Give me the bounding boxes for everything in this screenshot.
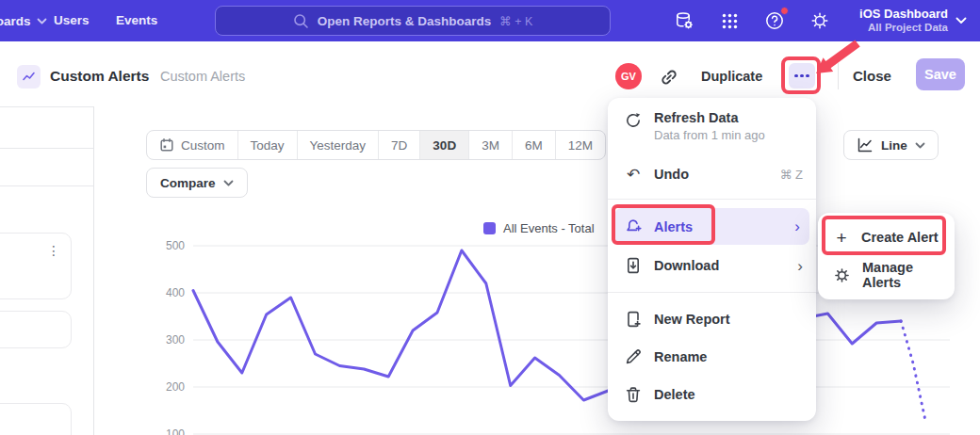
- legend-label: All Events - Total: [503, 221, 595, 235]
- svg-text:500: 500: [166, 239, 185, 252]
- compare-button[interactable]: Compare: [146, 168, 248, 198]
- data-management-icon[interactable]: [673, 9, 695, 32]
- gear-icon: [833, 266, 851, 284]
- copy-link-icon[interactable]: [659, 67, 679, 88]
- global-search-input[interactable]: Open Reports & Dashboards ⌘ + K: [215, 6, 611, 36]
- apps-grid-icon[interactable]: [718, 9, 741, 32]
- legend-swatch: [483, 222, 496, 234]
- menu-item-text: Refresh Data Data from 1 min ago: [654, 110, 765, 142]
- chevron-down-icon: [956, 17, 967, 24]
- submenu-item-manage-alerts[interactable]: Manage Alerts: [818, 256, 955, 294]
- date-range-label: Yesterday: [310, 138, 367, 153]
- menu-divider: [608, 292, 816, 293]
- date-range-label: 6M: [525, 138, 543, 153]
- menu-item-download[interactable]: Download ›: [608, 250, 816, 281]
- pencil-icon: [624, 347, 643, 366]
- date-range-label: Custom: [181, 138, 225, 153]
- calendar-icon: [159, 137, 174, 153]
- menu-item-label: Rename: [654, 349, 707, 364]
- new-report-icon: [624, 310, 643, 329]
- chart-legend[interactable]: All Events - Total: [483, 221, 595, 235]
- undo-icon: ↶: [624, 167, 643, 183]
- menu-item-label: Download: [654, 258, 719, 273]
- plus-icon: +: [833, 229, 850, 247]
- menu-item-new-report[interactable]: New Report: [608, 304, 816, 334]
- svg-text:400: 400: [166, 286, 185, 299]
- date-range-label: 7D: [391, 138, 407, 153]
- submenu-item-label: Create Alert: [861, 230, 939, 245]
- line-chart-icon: [857, 137, 874, 153]
- chevron-right-icon: ›: [794, 218, 800, 234]
- trash-icon: [624, 385, 643, 404]
- date-range-today[interactable]: Today: [238, 131, 298, 159]
- nav-icon-group: iOS Dashboard All Project Data: [673, 0, 980, 41]
- date-range-3m[interactable]: 3M: [469, 131, 513, 159]
- menu-item-label: Alerts: [654, 219, 693, 234]
- settings-gear-icon[interactable]: [808, 9, 831, 32]
- menu-item-alerts[interactable]: Alerts ›: [614, 208, 809, 245]
- chart-type-button[interactable]: Line: [843, 130, 939, 160]
- chevron-down-icon: [37, 18, 47, 24]
- page-title: Custom Alerts: [50, 68, 149, 85]
- chevron-down-icon: [915, 142, 925, 149]
- menu-item-label: Undo: [654, 167, 689, 182]
- menu-item-sublabel: Data from 1 min ago: [654, 128, 765, 142]
- close-button[interactable]: Close: [853, 68, 891, 84]
- duplicate-button[interactable]: Duplicate: [701, 69, 762, 84]
- submenu-item-label: Manage Alerts: [862, 260, 945, 290]
- nav-item-events[interactable]: Events: [116, 13, 157, 27]
- date-range-12m[interactable]: 12M: [556, 131, 605, 159]
- menu-item-label: New Report: [654, 312, 730, 327]
- refresh-icon: [624, 111, 643, 130]
- menu-divider: [608, 199, 816, 200]
- more-options-button[interactable]: [789, 63, 815, 89]
- date-range-control: CustomTodayYesterday7D30D3M6M12M: [146, 130, 606, 160]
- date-range-label: Today: [251, 138, 285, 153]
- svg-text:200: 200: [166, 380, 185, 394]
- svg-text:100: 100: [166, 427, 185, 435]
- menu-item-undo[interactable]: ↶ Undo ⌘ Z: [608, 160, 816, 188]
- toolbar-divider: [838, 63, 839, 89]
- chevron-right-icon: ›: [797, 258, 803, 274]
- nav-item-boards-partial[interactable]: Boards: [0, 0, 47, 41]
- date-range-7d[interactable]: 7D: [379, 131, 420, 159]
- breadcrumb: Custom Alerts: [160, 69, 245, 84]
- chevron-down-icon: [223, 180, 234, 186]
- search-icon: [293, 13, 309, 29]
- menu-item-rename[interactable]: Rename: [608, 342, 816, 372]
- avatar[interactable]: GV: [615, 63, 642, 89]
- date-range-6m[interactable]: 6M: [513, 131, 556, 159]
- svg-text:300: 300: [166, 333, 185, 346]
- submenu-item-create-alert[interactable]: + Create Alert: [818, 218, 955, 256]
- nav-boards-label: Boards: [0, 14, 31, 28]
- save-button[interactable]: Save: [916, 58, 965, 90]
- date-range-label: 12M: [568, 138, 593, 153]
- download-icon: [624, 256, 643, 275]
- report-type-icon: [17, 65, 41, 89]
- date-range-label: 30D: [433, 138, 456, 153]
- app-window: Boards Users Events Open Reports & Dashb…: [0, 0, 980, 435]
- menu-item-label: Delete: [654, 387, 695, 402]
- alerts-submenu: + Create Alert Manage Alerts: [818, 213, 955, 299]
- compare-label: Compare: [160, 176, 216, 190]
- search-placeholder: Open Reports & Dashboards: [318, 14, 492, 28]
- menu-item-label: Refresh Data: [654, 110, 765, 125]
- chart-type-label: Line: [881, 138, 907, 153]
- notification-dot: [780, 7, 789, 15]
- menu-item-shortcut: ⌘ Z: [779, 168, 803, 182]
- more-options-menu: Refresh Data Data from 1 min ago ↶ Undo …: [608, 98, 816, 421]
- date-range-label: 3M: [482, 138, 499, 153]
- bell-plus-icon: [624, 218, 643, 236]
- project-name: iOS Dashboard: [859, 7, 948, 22]
- date-range-yesterday[interactable]: Yesterday: [298, 131, 380, 159]
- search-shortcut: ⌘ + K: [499, 14, 532, 28]
- date-range-custom[interactable]: Custom: [147, 131, 238, 159]
- help-icon[interactable]: [763, 9, 786, 32]
- menu-item-delete[interactable]: Delete: [608, 379, 816, 410]
- project-scope: All Project Data: [859, 22, 948, 35]
- nav-item-users[interactable]: Users: [54, 13, 90, 27]
- project-text: iOS Dashboard All Project Data: [859, 7, 948, 34]
- date-range-30d[interactable]: 30D: [420, 131, 469, 159]
- menu-item-refresh-data[interactable]: Refresh Data Data from 1 min ago: [608, 106, 816, 152]
- project-switcher[interactable]: iOS Dashboard All Project Data: [859, 7, 967, 34]
